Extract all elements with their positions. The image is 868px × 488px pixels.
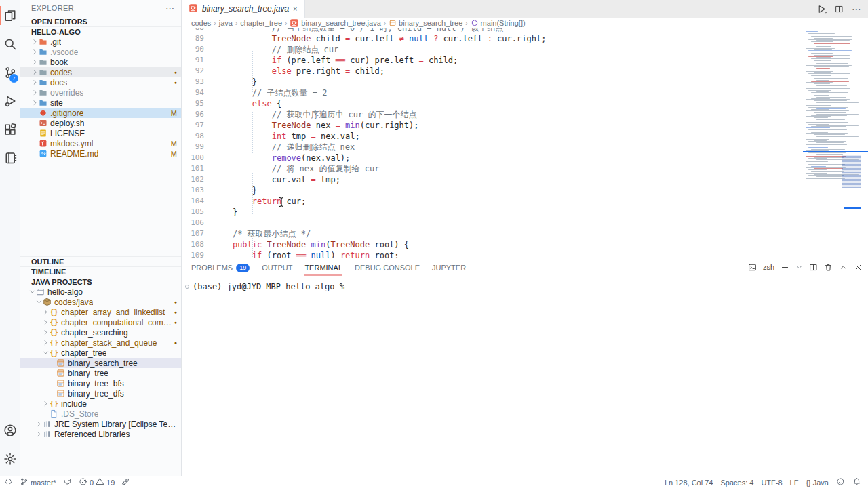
activity-bar-search[interactable] xyxy=(0,30,20,58)
activity-bar-notebook[interactable] xyxy=(0,144,20,172)
file-row--vscode[interactable]: .vscode xyxy=(20,47,181,57)
java-tree-hello-algo[interactable]: hello-algo xyxy=(20,287,181,297)
encoding-setting[interactable]: UTF-8 xyxy=(761,479,782,487)
run-button[interactable] xyxy=(816,4,827,14)
file-row-LICENSE[interactable]: LICENSE xyxy=(20,128,181,138)
java-lightweight-mode[interactable] xyxy=(121,477,130,487)
code-text: cur.val = tmp; xyxy=(213,174,340,185)
activity-bar-run-and-debug[interactable] xyxy=(0,87,20,115)
bc-method-icon xyxy=(471,19,479,27)
line-number: 109 xyxy=(182,250,213,258)
section-outline[interactable]: OUTLINE xyxy=(20,256,181,266)
split-editor-icon[interactable] xyxy=(835,5,844,14)
panel-tab-problems[interactable]: PROBLEMS19 xyxy=(191,258,250,276)
folder-icon xyxy=(39,78,50,87)
terminal-dropdown-icon[interactable] xyxy=(795,264,803,271)
panel-tab-output[interactable]: OUTPUT xyxy=(262,258,292,276)
package-root-icon xyxy=(43,298,54,306)
tab-binary-search-tree[interactable]: binary_search_tree.java × xyxy=(182,0,305,18)
code-line-107: 107 /* 获取最小结点 */ xyxy=(182,228,800,239)
git-branch-status[interactable]: master* xyxy=(20,477,56,487)
scm-badge: 7 xyxy=(9,74,18,83)
close-panel-icon[interactable] xyxy=(854,263,863,272)
remote-indicator[interactable] xyxy=(4,477,13,487)
file-row--gitignore[interactable]: .gitignoreM xyxy=(20,108,181,118)
breadcrumb-item-java[interactable]: java xyxy=(219,19,233,27)
maximize-panel-icon[interactable] xyxy=(839,263,848,272)
java-tree-JRE-System-Library-Eclipse-Temurin-17-17[interactable]: JRE System Library [Eclipse Temurin 17 [… xyxy=(20,419,181,429)
file-row-mkdocs-yml[interactable]: mkdocs.ymlM xyxy=(20,138,181,148)
more-actions-icon[interactable]: ⋯ xyxy=(165,3,174,14)
kill-terminal-icon[interactable] xyxy=(824,263,833,272)
java-tree-binary-tree-dfs[interactable]: binary_tree_dfs xyxy=(20,388,181,399)
indentation-setting[interactable]: Spaces: 4 xyxy=(720,479,753,487)
node-label: .DS_Store xyxy=(61,409,98,419)
java-tree-chapter-array-and-linkedlist[interactable]: {}chapter_array_and_linkedlist● xyxy=(20,307,181,317)
more-actions-icon[interactable]: ⋯ xyxy=(852,3,861,14)
minimap-cursor-line xyxy=(803,151,868,152)
java-tree-chapter-computational-complexity[interactable]: {}chapter_computational_complexity● xyxy=(20,317,181,327)
java-tree-codes-java[interactable]: codes/java● xyxy=(20,297,181,307)
folder-icon xyxy=(39,88,50,97)
split-terminal-icon[interactable] xyxy=(809,263,818,272)
file-row-overrides[interactable]: overrides xyxy=(20,87,181,98)
language-mode[interactable]: {} Java xyxy=(806,479,829,487)
code-editor[interactable]: 88 // 当子结点数量 = 0 / 1 时, child = null / 该… xyxy=(182,28,868,258)
cursor-position[interactable]: Ln 128, Col 74 xyxy=(665,479,713,487)
java-tree-chapter-searching[interactable]: {}chapter_searching xyxy=(20,327,181,338)
activity-bar-source-control[interactable]: 7 xyxy=(0,58,20,87)
breadcrumb-item-codes[interactable]: codes xyxy=(191,19,211,27)
java-tree-binary-tree-bfs[interactable]: binary_tree_bfs xyxy=(20,378,181,388)
breadcrumb-item-binary-search-tree-java[interactable]: binary_search_tree.java xyxy=(290,18,380,28)
notifications-button[interactable] xyxy=(852,477,861,487)
file-row-deploy-sh[interactable]: deploy.sh xyxy=(20,118,181,128)
code-text: // 当子结点数量 = 0 / 1 时, child = null / 该子结点 xyxy=(213,28,503,33)
file-row-codes[interactable]: codes● xyxy=(20,67,181,77)
code-text: // 递归删除结点 nex xyxy=(213,142,355,152)
breadcrumb-item-chapter-tree[interactable]: chapter_tree xyxy=(240,19,282,27)
java-tree--DS-Store[interactable]: .DS_Store xyxy=(20,409,181,419)
java-tree-include[interactable]: {}include xyxy=(20,399,181,409)
feedback-button[interactable] xyxy=(836,477,845,487)
panel-tab-terminal[interactable]: TERMINAL xyxy=(304,258,342,276)
terminal-output[interactable]: (base) jyd@JYD-MBP hello-algo % xyxy=(182,276,868,476)
java-tree-binary-search-tree[interactable]: binary_search_tree xyxy=(20,358,181,368)
chevron-right-icon xyxy=(31,89,39,96)
activity-bar-settings[interactable] xyxy=(0,445,20,473)
section-timeline[interactable]: TIMELINE xyxy=(20,266,181,277)
line-number: 108 xyxy=(182,239,213,250)
minimap[interactable] xyxy=(803,28,868,258)
class-icon xyxy=(56,379,68,388)
tab-close-icon[interactable]: × xyxy=(293,5,297,13)
java-tree-chapter-stack-and-queue[interactable]: {}chapter_stack_and_queue● xyxy=(20,338,181,348)
panel-tab-debug-console[interactable]: DEBUG CONSOLE xyxy=(355,258,420,276)
java-tree-binary-tree[interactable]: binary_tree xyxy=(20,368,181,378)
java-tree-chapter-tree[interactable]: {}chapter_tree xyxy=(20,348,181,358)
breadcrumb-item-binary-search-tree[interactable]: binary_search_tree xyxy=(389,19,462,27)
file-row-book[interactable]: book xyxy=(20,57,181,67)
code-text: // 获取中序遍历中 cur 的下一个结点 xyxy=(213,109,417,120)
code-text: else { xyxy=(213,98,281,109)
breadcrumb-item-main-String-[interactable]: main(String[]) xyxy=(471,19,526,27)
eol-setting[interactable]: LF xyxy=(790,479,799,487)
line-number: 104 xyxy=(182,196,213,207)
code-line-89: 89 TreeNode child = cur.left ≠ null ? cu… xyxy=(182,33,800,44)
new-terminal-button[interactable] xyxy=(781,263,789,272)
file-row-README-md[interactable]: README.mdM xyxy=(20,148,181,159)
activity-bar-extensions[interactable] xyxy=(0,115,20,144)
status-bar: master* 0 19 Ln 128, Col 74 Spaces: 4 UT… xyxy=(0,476,868,488)
section-java-projects[interactable]: JAVA PROJECTS xyxy=(20,277,181,287)
line-number: 94 xyxy=(182,87,213,98)
shell-selector[interactable]: zsh xyxy=(763,263,774,271)
section-open-editors[interactable]: OPEN EDITORS xyxy=(20,16,181,26)
panel-tab-jupyter[interactable]: JUPYTER xyxy=(432,258,466,276)
file-row--git[interactable]: .git xyxy=(20,37,181,47)
problems-status[interactable]: 0 19 xyxy=(79,477,115,487)
section-project-root[interactable]: HELLO-ALGO xyxy=(20,26,181,37)
sync-button[interactable] xyxy=(63,477,72,487)
activity-bar-explorer[interactable] xyxy=(0,1,20,30)
activity-bar-account[interactable] xyxy=(0,416,20,445)
java-tree-Referenced-Libraries[interactable]: Referenced Libraries xyxy=(20,429,181,439)
file-row-docs[interactable]: docs● xyxy=(20,77,181,87)
file-row-site[interactable]: site xyxy=(20,98,181,108)
